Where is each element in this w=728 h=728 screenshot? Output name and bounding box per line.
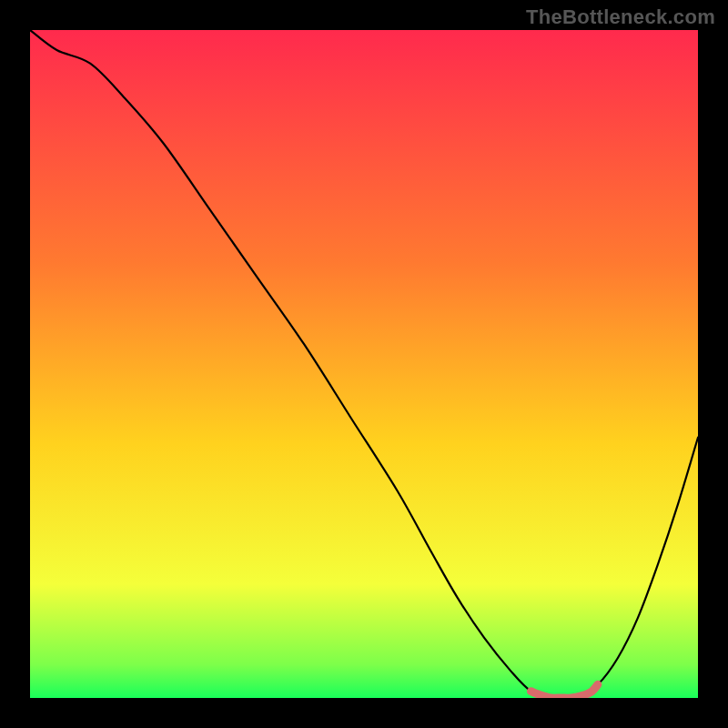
plot-area — [30, 30, 698, 698]
plot-svg — [30, 30, 698, 698]
chart-frame: TheBottleneck.com — [0, 0, 728, 728]
gradient-background — [30, 30, 698, 698]
watermark-label: TheBottleneck.com — [526, 5, 715, 29]
